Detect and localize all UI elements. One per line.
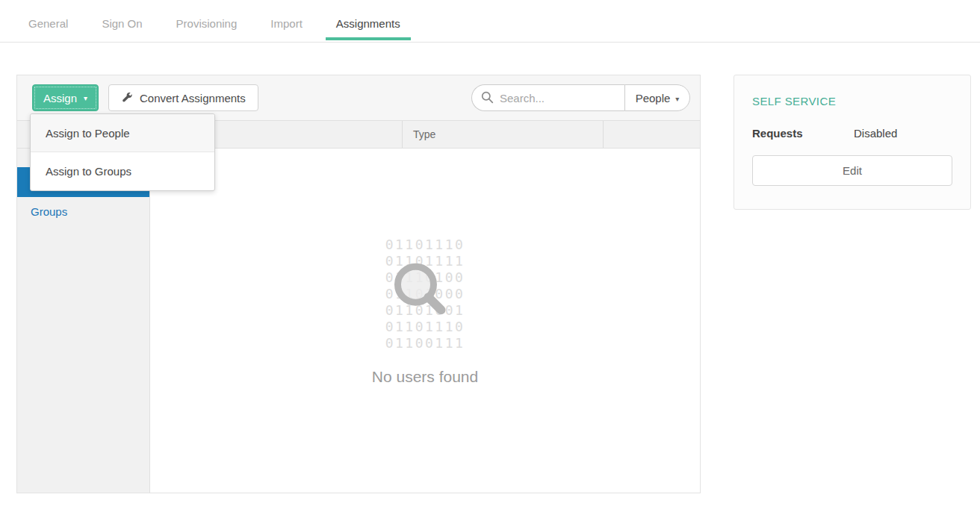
search-box xyxy=(471,84,624,111)
chevron-down-icon: ▾ xyxy=(84,95,87,102)
search-input[interactable] xyxy=(471,84,624,111)
assignments-body: People Groups 01101110 01101111 01110100… xyxy=(17,149,700,493)
requests-value: Disabled xyxy=(854,127,897,140)
wrench-icon xyxy=(121,92,133,104)
binary-row: 01100111 xyxy=(385,335,465,352)
empty-state: 01101110 01101111 01110100 01101000 0110… xyxy=(150,237,700,386)
magnifier-icon xyxy=(386,255,455,327)
edit-button[interactable]: Edit xyxy=(752,155,952,186)
column-header-type[interactable]: Type xyxy=(402,121,603,148)
tabbar-divider xyxy=(0,42,980,43)
sidebar-item-groups[interactable]: Groups xyxy=(17,197,149,227)
binary-art: 01101110 01101111 01110100 01101000 0110… xyxy=(385,237,465,352)
assign-button-label: Assign xyxy=(43,92,77,104)
self-service-title: SELF SERVICE xyxy=(752,95,952,107)
requests-label: Requests xyxy=(752,127,854,140)
assignments-content: 01101110 01101111 01110100 01101000 0110… xyxy=(150,149,700,493)
self-service-panel: SELF SERVICE Requests Disabled Edit xyxy=(734,75,971,210)
menu-item-assign-to-people[interactable]: Assign to People xyxy=(31,114,214,152)
requests-row: Requests Disabled xyxy=(752,127,952,140)
tab-provisioning[interactable]: Provisioning xyxy=(166,10,248,40)
assign-dropdown-menu: Assign to People Assign to Groups xyxy=(30,113,215,191)
search-filter-value: People xyxy=(636,92,671,104)
assign-button[interactable]: Assign ▾ xyxy=(32,84,99,111)
tab-import[interactable]: Import xyxy=(260,10,313,40)
menu-item-assign-to-groups[interactable]: Assign to Groups xyxy=(31,152,214,190)
convert-assignments-button[interactable]: Convert Assignments xyxy=(108,84,258,111)
tab-sign-on[interactable]: Sign On xyxy=(91,10,152,40)
column-header-actions xyxy=(603,121,700,148)
chevron-down-icon: ▾ xyxy=(675,95,679,103)
convert-assignments-label: Convert Assignments xyxy=(140,92,246,104)
search-filter-select[interactable]: People ▾ xyxy=(624,84,690,111)
binary-row: 01101110 xyxy=(385,237,465,253)
empty-state-message: No users found xyxy=(150,368,700,386)
tab-general[interactable]: General xyxy=(18,10,78,40)
app-tabs: General Sign On Provisioning Import Assi… xyxy=(18,10,424,40)
tab-assignments[interactable]: Assignments xyxy=(326,10,411,40)
assignment-filter-sidebar: People Groups xyxy=(17,149,150,493)
search-icon xyxy=(481,91,494,107)
search-group: People ▾ xyxy=(471,84,690,111)
